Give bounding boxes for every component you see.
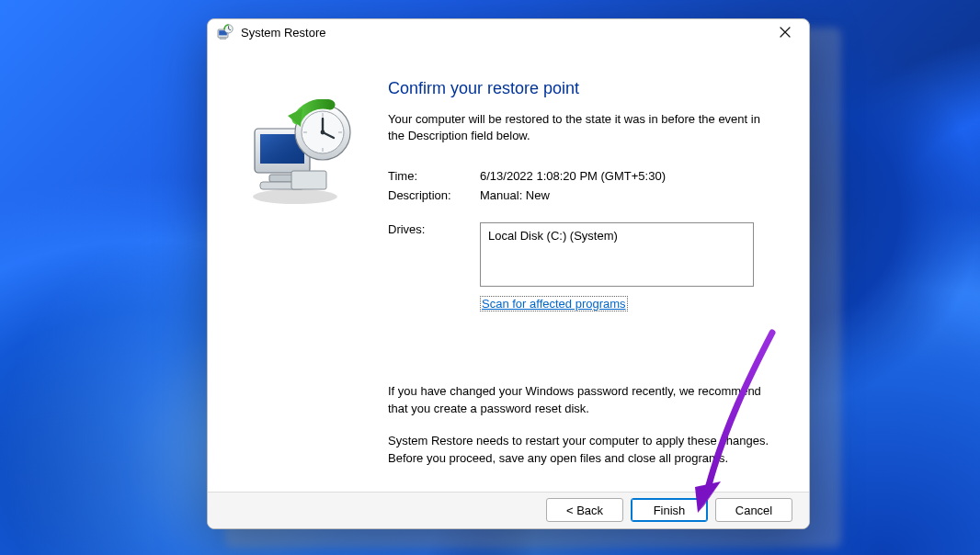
system-restore-icon [217, 24, 234, 40]
wizard-sidebar [208, 46, 388, 492]
drives-listbox[interactable]: Local Disk (C:) (System) [480, 222, 754, 287]
svg-point-5 [253, 189, 337, 204]
time-row: Time: 6/13/2022 1:08:20 PM (GMT+5:30) [388, 169, 774, 183]
svg-rect-2 [220, 38, 226, 40]
wizard-footer: < Back Finish Cancel [208, 492, 809, 528]
description-row: Description: Manual: New [388, 188, 774, 202]
system-restore-window: System Restore [207, 18, 810, 529]
svg-rect-11 [291, 171, 326, 189]
cancel-button[interactable]: Cancel [715, 498, 792, 522]
titlebar: System Restore [208, 19, 809, 46]
wizard-content: Confirm your restore point Your computer… [388, 46, 809, 492]
drives-row: Drives: Local Disk (C:) (System) Scan fo… [388, 222, 774, 311]
drives-label: Drives: [388, 222, 480, 311]
notes-section: If you have changed your Windows passwor… [388, 383, 774, 467]
back-button[interactable]: < Back [546, 498, 623, 522]
finish-button[interactable]: Finish [631, 498, 708, 522]
svg-point-20 [321, 130, 325, 134]
time-value: 6/13/2022 1:08:20 PM (GMT+5:30) [480, 169, 774, 183]
restore-graphic-icon [238, 99, 358, 210]
drive-item[interactable]: Local Disk (C:) (System) [488, 229, 746, 243]
description-label: Description: [388, 188, 480, 202]
window-title: System Restore [241, 26, 325, 40]
close-icon [780, 27, 791, 38]
time-label: Time: [388, 169, 480, 183]
restart-note: System Restore needs to restart your com… [388, 433, 774, 468]
description-value: Manual: New [480, 188, 774, 202]
scan-affected-programs-link[interactable]: Scan for affected programs [480, 296, 628, 311]
close-button[interactable] [769, 19, 802, 45]
page-heading: Confirm your restore point [388, 79, 774, 98]
page-intro: Your computer will be restored to the st… [388, 111, 774, 146]
wizard-body: Confirm your restore point Your computer… [208, 46, 809, 492]
password-note: If you have changed your Windows passwor… [388, 383, 774, 418]
